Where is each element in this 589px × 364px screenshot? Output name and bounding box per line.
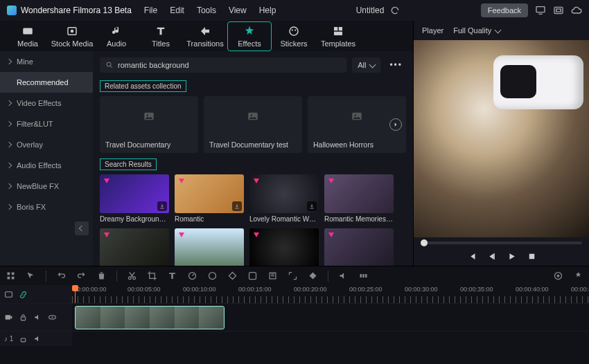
playhead[interactable] xyxy=(75,285,76,303)
video-clip[interactable] xyxy=(75,306,225,329)
tab-effects[interactable]: Effects xyxy=(227,21,272,51)
svg-rect-33 xyxy=(365,274,367,277)
player-tab[interactable]: Player xyxy=(422,26,443,35)
sync-icon[interactable] xyxy=(389,5,401,16)
collection-card[interactable]: Halloween Horrors xyxy=(308,96,406,153)
cut-icon[interactable] xyxy=(127,271,137,281)
mixer-icon[interactable] xyxy=(553,271,563,281)
svg-rect-10 xyxy=(339,27,342,30)
sidebar-item-recommended[interactable]: Recommended xyxy=(0,72,93,93)
lock-icon[interactable] xyxy=(19,313,28,322)
settings-icon[interactable] xyxy=(573,271,583,281)
next-collection-button[interactable] xyxy=(389,118,402,131)
svg-point-18 xyxy=(355,114,356,116)
result-card[interactable]: Dreamy Background V... xyxy=(100,174,169,223)
result-card[interactable]: Lovely Romantic Wed... xyxy=(249,174,319,223)
sidebar-item-audio-effects[interactable]: Audio Effects xyxy=(0,155,93,176)
tab-templates[interactable]: Templates xyxy=(316,22,360,51)
collection-card[interactable]: Travel Documentary test xyxy=(204,96,302,153)
crop-icon[interactable] xyxy=(147,271,157,281)
result-card[interactable]: Romantic Memories O... xyxy=(324,174,394,223)
collection-card[interactable]: Travel Documentary xyxy=(100,96,198,153)
search-input[interactable] xyxy=(118,61,341,69)
quality-dropdown[interactable]: Full Quality xyxy=(453,26,500,35)
result-card[interactable] xyxy=(324,228,394,266)
color-icon[interactable] xyxy=(207,271,218,281)
text-icon[interactable] xyxy=(167,271,177,281)
preview-viewer[interactable] xyxy=(414,40,589,237)
video-track-icon[interactable] xyxy=(4,313,13,322)
result-card[interactable] xyxy=(175,228,244,266)
result-card[interactable] xyxy=(249,228,319,266)
menu-file[interactable]: File xyxy=(144,6,157,15)
sidebar-item-newblue[interactable]: NewBlue FX xyxy=(0,176,93,197)
scrubber[interactable] xyxy=(421,242,582,244)
download-icon[interactable] xyxy=(307,201,317,211)
mute-icon[interactable] xyxy=(33,313,42,322)
menu-help[interactable]: Help xyxy=(259,6,276,15)
delete-icon[interactable] xyxy=(96,271,107,281)
menubar: Wondershare Filmora 13 Beta File Edit To… xyxy=(0,0,589,21)
svg-rect-9 xyxy=(334,27,337,30)
svg-rect-32 xyxy=(362,274,364,277)
expand-icon[interactable] xyxy=(288,271,298,281)
menu-edit[interactable]: Edit xyxy=(170,6,184,15)
sidebar-item-video-effects[interactable]: Video Effects xyxy=(0,93,93,113)
sidebar-item-boris[interactable]: Boris FX xyxy=(0,197,93,217)
result-card[interactable] xyxy=(100,228,169,266)
chevron-right-icon xyxy=(6,204,12,210)
audio-tool-icon[interactable] xyxy=(338,271,349,281)
menu-view[interactable]: View xyxy=(229,6,247,15)
download-icon[interactable] xyxy=(232,201,242,211)
download-icon[interactable] xyxy=(157,201,167,211)
monitor-icon[interactable] xyxy=(535,5,546,16)
sidebar-item-mine[interactable]: Mine xyxy=(0,51,93,72)
undo-icon[interactable] xyxy=(56,271,67,281)
gem-icon xyxy=(327,176,335,185)
scrubber-handle[interactable] xyxy=(421,239,428,246)
tab-titles[interactable]: Titles xyxy=(139,22,183,51)
mask-icon[interactable] xyxy=(247,271,258,281)
speed-icon[interactable] xyxy=(187,271,197,281)
tab-media[interactable]: Media xyxy=(6,22,50,51)
sidebar-item-filter-lut[interactable]: Filter&LUT xyxy=(0,113,93,134)
search-box[interactable] xyxy=(100,57,346,73)
tab-stickers[interactable]: Stickers xyxy=(272,22,316,51)
render-icon[interactable] xyxy=(358,271,369,281)
pointer-tool-icon[interactable] xyxy=(26,271,36,281)
sidebar-item-overlay[interactable]: Overlay xyxy=(0,134,93,155)
tab-transitions[interactable]: Transitions xyxy=(183,22,227,51)
svg-rect-20 xyxy=(529,254,534,260)
visibility-icon[interactable] xyxy=(48,313,57,322)
filter-dropdown[interactable]: All xyxy=(352,57,380,73)
select-tool-icon[interactable] xyxy=(6,271,16,281)
player-header: Player Full Quality xyxy=(414,21,589,40)
svg-rect-1 xyxy=(554,7,563,13)
time-ruler[interactable]: 00:00:00:00 00:00:05:00 00:00:10:00 00:0… xyxy=(72,285,589,303)
audio-track[interactable] xyxy=(72,331,589,346)
tab-stock-media[interactable]: Stock Media xyxy=(50,22,94,51)
stop-button[interactable] xyxy=(527,251,537,262)
sidebar-collapse-button[interactable] xyxy=(75,221,89,235)
track-tool-icon[interactable] xyxy=(308,271,318,281)
link-icon[interactable] xyxy=(19,290,28,299)
tab-audio[interactable]: Audio xyxy=(94,22,139,51)
timeline-menu-icon[interactable] xyxy=(4,290,13,299)
prev-frame-button[interactable] xyxy=(466,251,477,262)
cloud-icon[interactable] xyxy=(571,5,582,16)
lock-icon[interactable] xyxy=(19,334,28,343)
result-card[interactable]: Romantic xyxy=(175,174,244,223)
keyframe-icon[interactable] xyxy=(227,271,238,281)
mute-icon[interactable] xyxy=(33,334,42,343)
step-back-button[interactable] xyxy=(486,251,497,262)
feedback-button[interactable]: Feedback xyxy=(481,3,528,17)
mark-icon[interactable] xyxy=(267,271,278,281)
redo-icon[interactable] xyxy=(76,271,87,281)
timecode: 00:00:10:00 xyxy=(183,286,216,293)
library-content: All ••• Related assets collection Travel… xyxy=(93,51,413,266)
video-track[interactable] xyxy=(72,304,589,331)
snapshot-icon[interactable] xyxy=(553,5,564,16)
play-button[interactable] xyxy=(507,251,517,262)
more-button[interactable]: ••• xyxy=(386,57,406,73)
menu-tools[interactable]: Tools xyxy=(197,6,216,15)
